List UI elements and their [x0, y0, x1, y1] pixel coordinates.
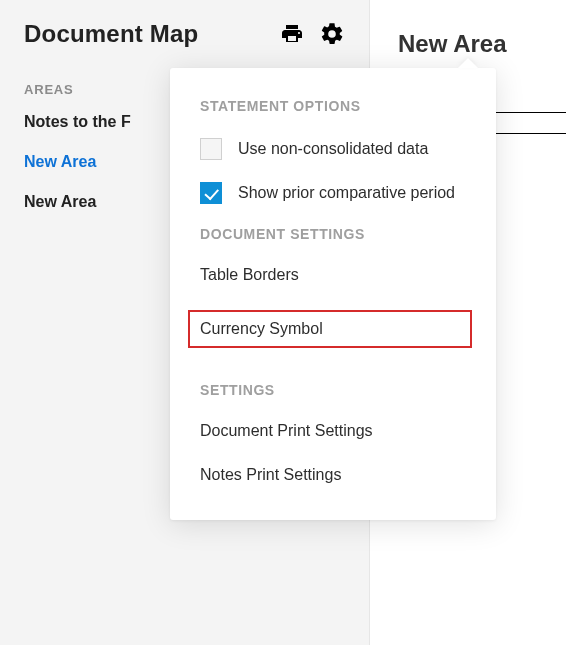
header-icons: [279, 21, 345, 47]
checkbox-non-consolidated[interactable]: [200, 138, 222, 160]
group-settings: SETTINGS Document Print Settings Notes P…: [200, 382, 466, 484]
checkbox-label-non-consolidated: Use non-consolidated data: [238, 138, 428, 160]
group-label-document-settings: DOCUMENT SETTINGS: [200, 226, 466, 242]
group-document-settings: DOCUMENT SETTINGS Table Borders Currency…: [200, 226, 466, 348]
group-label-settings: SETTINGS: [200, 382, 466, 398]
checkbox-row-non-consolidated[interactable]: Use non-consolidated data: [200, 138, 466, 160]
document-settings-list: Table Borders Currency Symbol: [200, 266, 466, 348]
settings-list: Document Print Settings Notes Print Sett…: [200, 422, 466, 484]
settings-popover: STATEMENT OPTIONS Use non-consolidated d…: [170, 68, 496, 520]
app-root: Document Map AREAS Notes to the F New Ar…: [0, 0, 566, 645]
menu-item-currency-symbol[interactable]: Currency Symbol: [188, 310, 472, 348]
sidebar-header: Document Map: [24, 20, 345, 48]
page-title: New Area: [398, 30, 566, 58]
group-statement-options: STATEMENT OPTIONS Use non-consolidated d…: [200, 98, 466, 204]
menu-item-table-borders[interactable]: Table Borders: [200, 266, 466, 284]
print-icon[interactable]: [279, 21, 305, 47]
checkbox-prior-comparative[interactable]: [200, 182, 222, 204]
menu-item-notes-print-settings[interactable]: Notes Print Settings: [200, 466, 466, 484]
checkbox-label-prior-comparative: Show prior comparative period: [238, 182, 455, 204]
menu-item-document-print-settings[interactable]: Document Print Settings: [200, 422, 466, 440]
gear-icon[interactable]: [319, 21, 345, 47]
checkbox-row-prior-comparative[interactable]: Show prior comparative period: [200, 182, 466, 204]
sidebar-title: Document Map: [24, 20, 198, 48]
group-label-statement-options: STATEMENT OPTIONS: [200, 98, 466, 114]
